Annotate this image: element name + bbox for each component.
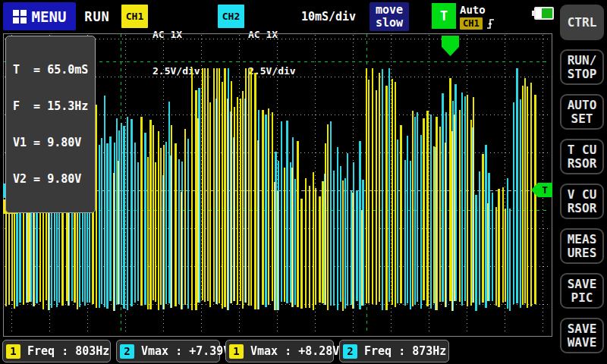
- ch2-freq-value: Freq : 873Hz: [364, 344, 446, 358]
- save-pic-label-1: SAVE: [568, 278, 597, 291]
- trigger-badge[interactable]: T: [432, 3, 456, 29]
- menu-button-label: MENU: [32, 8, 67, 25]
- v-cursor-label-1: V CU: [568, 188, 597, 202]
- trigger-source-badge[interactable]: CH1: [460, 17, 483, 30]
- status-bar: 1 Freq : 803Hz 2 Vmax : +7.39V 1 Vmax : …: [2, 340, 449, 362]
- menu-grid-icon: [13, 10, 27, 24]
- ch1-vmax-value: Vmax : +8.28V: [250, 344, 339, 358]
- rising-edge-icon: [486, 18, 495, 30]
- timebase-setting[interactable]: 10mS/div: [298, 10, 359, 24]
- run-stop-label-2: STOP: [568, 67, 597, 81]
- sidebar-button-save-pic[interactable]: SAVE PIC: [560, 273, 604, 309]
- measure-frequency: F = 15.3Hz: [13, 100, 88, 112]
- auto-set-label-2: SET: [571, 112, 593, 126]
- measure-v2: V2 = 9.80V: [13, 173, 88, 185]
- v-cursor-label-2: RSOR: [568, 202, 597, 215]
- move-slow-line1: move: [370, 4, 409, 17]
- menu-button[interactable]: MENU: [3, 2, 76, 30]
- auto-set-label-1: AUTO: [568, 99, 597, 112]
- measures-label-1: MEAS: [568, 233, 597, 246]
- battery-level-fill: [542, 8, 552, 18]
- ch1-chip-badge: 1: [6, 344, 20, 359]
- sidebar-button-v-cursor[interactable]: V CU RSOR: [560, 184, 604, 219]
- move-slow-button[interactable]: move slow: [370, 2, 409, 31]
- sidebar-button-ctrl[interactable]: CTRL: [560, 5, 604, 40]
- measures-label-2: URES: [568, 246, 597, 260]
- sidebar-button-t-cursor[interactable]: T CU RSOR: [560, 139, 604, 174]
- save-wave-label-2: WAVE: [568, 336, 597, 350]
- measurements-overlay: T = 65.0mS F = 15.3Hz V1 = 9.80V V2 = 9.…: [5, 36, 96, 213]
- trigger-info: Auto CH1: [460, 4, 495, 30]
- t-cursor-label-2: RSOR: [568, 157, 597, 171]
- acquisition-status: RUN: [77, 9, 117, 24]
- save-wave-label-1: SAVE: [568, 322, 597, 336]
- move-slow-line2: slow: [370, 17, 409, 30]
- battery-icon: [532, 7, 554, 20]
- battery-empty-segment: [536, 8, 542, 18]
- sidebar-button-measures[interactable]: MEAS URES: [560, 228, 604, 264]
- measurement-chip-freq-ch1: 1 Freq : 803Hz: [2, 340, 111, 362]
- ch2-vmax-value: Vmax : +7.39V: [141, 344, 230, 358]
- ch1-badge[interactable]: CH1: [121, 5, 148, 28]
- trigger-mode: Auto: [460, 4, 495, 16]
- ch2-chip-badge-2: 2: [343, 344, 357, 359]
- sidebar-button-auto-set[interactable]: AUTO SET: [560, 94, 604, 130]
- run-stop-label-1: RUN/: [568, 54, 597, 67]
- save-pic-label-2: PIC: [571, 291, 593, 305]
- t-cursor-label-1: T CU: [568, 143, 597, 157]
- sidebar-button-run-stop[interactable]: RUN/ STOP: [560, 49, 604, 85]
- trigger-level-label: T: [542, 184, 548, 196]
- measurement-chip-vmax-ch2: 2 Vmax : +7.39V: [116, 340, 220, 362]
- ch2-badge[interactable]: CH2: [218, 5, 244, 28]
- ch1-freq-value: Freq : 803Hz: [27, 344, 109, 358]
- measure-v1: V1 = 9.80V: [13, 136, 88, 149]
- ch1-chip-badge-2: 1: [229, 344, 244, 359]
- battery-body: [534, 7, 554, 20]
- sidebar-button-save-wave[interactable]: SAVE WAVE: [560, 318, 604, 353]
- sidebar-menu: CTRL RUN/ STOP AUTO SET T CU RSOR V CU R…: [557, 0, 607, 364]
- measure-period: T = 65.0mS: [13, 64, 88, 76]
- measurement-chip-vmax-ch1: 1 Vmax : +8.28V: [225, 340, 334, 362]
- measurement-chip-freq-ch2: 2 Freq : 873Hz: [339, 340, 449, 362]
- ctrl-label: CTRL: [568, 16, 597, 30]
- ch2-chip-badge: 2: [120, 344, 134, 359]
- oscilloscope-screen: MENU RUN CH1 AC 1X 2.5V/div CH2 AC 1X 2.…: [0, 0, 607, 364]
